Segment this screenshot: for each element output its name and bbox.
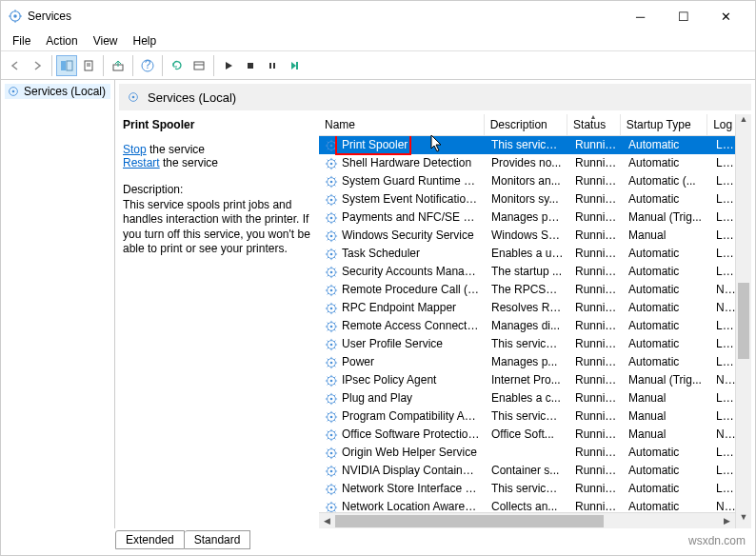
table-row[interactable]: Shell Hardware DetectionProvides no...Ru… xyxy=(319,154,751,172)
svg-line-60 xyxy=(328,195,328,196)
svg-line-102 xyxy=(328,275,328,276)
refresh-button[interactable] xyxy=(167,55,188,76)
tree-item-services-local[interactable]: Services (Local) xyxy=(5,84,110,99)
svg-point-125 xyxy=(330,326,333,328)
svg-line-182 xyxy=(328,420,328,421)
properties2-button[interactable] xyxy=(189,55,209,76)
show-hide-tree-button[interactable] xyxy=(56,55,77,76)
table-row[interactable]: Security Accounts ManagerThe startup ...… xyxy=(319,263,751,281)
scroll-right-icon[interactable]: ▶ xyxy=(719,516,735,526)
services-icon xyxy=(9,10,22,23)
menu-action[interactable]: Action xyxy=(38,32,85,50)
svg-line-162 xyxy=(328,384,328,385)
table-row[interactable]: Payments and NFC/SE Man...Manages pa...R… xyxy=(319,208,751,227)
help-button[interactable]: ? xyxy=(137,55,158,76)
stop-link[interactable]: Stop xyxy=(123,143,147,156)
svg-line-100 xyxy=(328,268,328,268)
service-icon xyxy=(325,157,338,170)
table-row[interactable]: Program Compatibility Assi...This servic… xyxy=(319,407,751,426)
table-row[interactable]: Plug and PlayEnables a c...RunningManual… xyxy=(319,389,751,407)
services-list[interactable]: Name Description ▴Status Startup Type Lo… xyxy=(319,114,751,528)
svg-line-70 xyxy=(328,213,328,214)
scroll-up-icon[interactable]: ▲ xyxy=(736,114,751,130)
stop-service-button[interactable] xyxy=(240,55,261,76)
svg-line-31 xyxy=(334,149,335,149)
svg-line-101 xyxy=(334,275,335,276)
svg-line-171 xyxy=(334,402,335,403)
minimize-button[interactable]: ─ xyxy=(619,3,662,30)
svg-line-151 xyxy=(334,366,335,367)
right-pane: Services (Local) Print Spooler Stop the … xyxy=(115,80,755,528)
svg-line-42 xyxy=(328,167,328,168)
tree-item-label: Services (Local) xyxy=(24,85,106,98)
svg-point-165 xyxy=(330,398,333,401)
export-button[interactable] xyxy=(108,55,129,76)
tab-extended[interactable]: Extended xyxy=(115,530,185,549)
restart-link[interactable]: Restart xyxy=(123,156,160,169)
svg-point-145 xyxy=(330,362,333,365)
table-row[interactable]: System Event Notification S...Monitors s… xyxy=(319,190,751,208)
forward-button[interactable] xyxy=(27,55,48,76)
svg-line-30 xyxy=(328,141,328,142)
table-row[interactable]: Office Software Protection ...Office Sof… xyxy=(319,426,751,444)
svg-line-82 xyxy=(328,239,328,240)
tab-standard[interactable]: Standard xyxy=(185,530,251,549)
table-row[interactable]: Remote Procedure Call (RPC)The RPCSS s..… xyxy=(319,281,751,299)
table-row[interactable]: Windows Security ServiceWindows Se...Run… xyxy=(319,227,751,245)
scroll-down-icon[interactable]: ▼ xyxy=(736,512,751,528)
table-row[interactable]: PowerManages p...RunningAutomaticLoca xyxy=(319,353,751,371)
column-description[interactable]: Description xyxy=(485,114,567,135)
svg-line-173 xyxy=(334,394,335,395)
svg-point-225 xyxy=(330,506,333,509)
svg-rect-7 xyxy=(67,61,72,70)
table-row[interactable]: System Guard Runtime Mo...Monitors an...… xyxy=(319,172,751,190)
menu-help[interactable]: Help xyxy=(126,32,165,50)
column-logon[interactable]: Log xyxy=(707,114,736,135)
restart-service-button[interactable] xyxy=(284,55,305,76)
svg-rect-19 xyxy=(296,62,298,70)
table-row[interactable]: Print SpoolerThis service ...RunningAuto… xyxy=(319,136,751,154)
service-icon xyxy=(325,465,338,478)
hscroll-thumb[interactable] xyxy=(335,515,604,527)
column-name[interactable]: Name xyxy=(319,114,485,135)
service-icon xyxy=(325,338,338,351)
maximize-button[interactable]: ☐ xyxy=(662,3,705,30)
menu-view[interactable]: View xyxy=(86,32,126,50)
table-row[interactable]: Network Location AwarenessCollects an...… xyxy=(319,498,751,512)
service-icon xyxy=(325,248,338,261)
svg-point-35 xyxy=(330,163,333,166)
svg-point-75 xyxy=(330,235,333,238)
list-body[interactable]: Print SpoolerThis service ...RunningAuto… xyxy=(319,136,751,512)
table-row[interactable]: User Profile ServiceThis service ...Runn… xyxy=(319,335,751,353)
column-status[interactable]: ▴Status xyxy=(567,114,621,135)
properties-button[interactable] xyxy=(78,55,99,76)
column-startup-type[interactable]: Startup Type xyxy=(621,114,707,135)
svg-line-201 xyxy=(334,456,335,457)
pause-service-button[interactable] xyxy=(262,55,283,76)
svg-point-195 xyxy=(330,452,333,455)
table-row[interactable]: NVIDIA Display Container LSContainer s..… xyxy=(319,462,751,480)
menu-file[interactable]: File xyxy=(5,32,38,50)
table-row[interactable]: Remote Access Connection...Manages di...… xyxy=(319,317,751,335)
table-row[interactable]: IPsec Policy AgentInternet Pro...Running… xyxy=(319,371,751,389)
svg-line-220 xyxy=(328,485,328,486)
vscroll-thumb[interactable] xyxy=(738,283,749,359)
svg-line-123 xyxy=(334,304,335,305)
vertical-scrollbar[interactable]: ▲ ▼ xyxy=(735,114,751,528)
scroll-left-icon[interactable]: ◀ xyxy=(319,516,335,526)
service-icon xyxy=(325,501,338,512)
svg-point-155 xyxy=(330,380,333,383)
svg-rect-16 xyxy=(248,63,253,69)
table-row[interactable]: Origin Web Helper ServiceRunningAutomati… xyxy=(319,444,751,462)
start-service-button[interactable] xyxy=(218,55,239,76)
back-button[interactable] xyxy=(5,55,26,76)
table-row[interactable]: Task SchedulerEnables a us...RunningAuto… xyxy=(319,245,751,263)
table-row[interactable]: RPC Endpoint MapperResolves RP...Running… xyxy=(319,299,751,317)
horizontal-scrollbar[interactable]: ◀ ▶ xyxy=(319,512,751,528)
svg-line-110 xyxy=(328,286,328,287)
tree-pane[interactable]: Services (Local) xyxy=(1,80,115,528)
table-row[interactable]: Network Store Interface Ser...This servi… xyxy=(319,480,751,498)
svg-point-1 xyxy=(13,14,17,18)
close-button[interactable]: ✕ xyxy=(705,3,747,30)
svg-line-63 xyxy=(334,195,335,196)
